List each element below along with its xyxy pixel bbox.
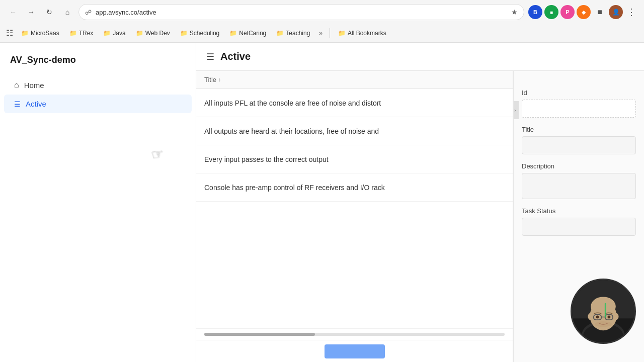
task-status-label: Task Status	[522, 207, 636, 215]
id-input[interactable]	[522, 100, 636, 118]
svg-point-12	[596, 316, 599, 319]
apps-grid-button[interactable]: ☷	[6, 28, 13, 38]
id-label: Id	[522, 89, 636, 97]
url-bar[interactable]: ☍ app.avsync.co/active ★	[78, 4, 524, 20]
horizontal-scrollbar[interactable]	[204, 333, 505, 336]
sidebar-item-label: Home	[24, 81, 44, 89]
title-column-header[interactable]: Title ↕	[204, 76, 221, 83]
folder-icon: 📁	[103, 30, 111, 37]
all-bookmarks-link[interactable]: 📁 All Bookmarks	[334, 29, 390, 38]
add-button[interactable]	[325, 344, 385, 358]
home-icon: ⌂	[14, 80, 19, 89]
puzzle-extension[interactable]: ■	[593, 5, 607, 19]
bookmark-label: Java	[113, 30, 125, 37]
bitwarden-extension[interactable]: B	[528, 5, 542, 19]
back-button[interactable]: ←	[6, 5, 20, 19]
sidebar-item-home[interactable]: ⌂ Home	[4, 75, 192, 95]
bookmark-java[interactable]: 📁 Java	[99, 27, 129, 40]
bookmark-label: MicroSaas	[31, 30, 59, 37]
description-input[interactable]	[522, 173, 636, 199]
profile-avatar[interactable]: 👤	[609, 5, 623, 19]
hamburger-button[interactable]: ☰	[206, 51, 214, 62]
checklist-icon: ☰	[14, 100, 21, 108]
all-bookmarks-label: All Bookmarks	[348, 30, 386, 37]
svg-point-13	[608, 316, 611, 319]
app-layout: AV_Sync-demo ⌂ Home ☰ Active ☰ Active Ti…	[0, 43, 644, 362]
folder-icon: 📁	[338, 30, 346, 37]
table-header: Title ↕	[196, 71, 513, 89]
bookmark-webdev[interactable]: 📁 Web Dev	[132, 27, 174, 40]
bookmark-trex[interactable]: 📁 TRex	[65, 27, 98, 40]
svg-point-7	[588, 313, 593, 320]
bookmark-teaching[interactable]: 📁 Teaching	[272, 27, 314, 40]
forward-button[interactable]: →	[24, 5, 38, 19]
sidebar: AV_Sync-demo ⌂ Home ☰ Active	[0, 43, 196, 362]
browser-chrome: ← → ↻ ⌂ ☍ app.avsync.co/active ★ B ■ P ◆…	[0, 0, 644, 43]
browser-extensions: B ■ P ◆ ■ 👤 ⋮	[528, 5, 638, 20]
title-label: Title	[522, 126, 636, 133]
reload-button[interactable]: ↻	[42, 5, 56, 19]
svg-rect-15	[605, 303, 606, 318]
id-field-group: Id	[522, 89, 636, 118]
home-button[interactable]: ⌂	[60, 5, 74, 19]
bookmark-label: Web Dev	[145, 30, 170, 37]
app-title: AV_Sync-demo	[0, 51, 196, 75]
row-text: Every input passes to the correct output	[204, 155, 329, 163]
table-row[interactable]: Console has pre-amp control of RF receiv…	[196, 173, 513, 202]
green-extension[interactable]: ■	[544, 5, 558, 19]
video-overlay	[571, 279, 636, 344]
browser-toolbar: ← → ↻ ⌂ ☍ app.avsync.co/active ★ B ■ P ◆…	[0, 0, 644, 24]
svg-point-8	[614, 313, 619, 320]
bookmark-label: Scheduling	[190, 30, 219, 37]
folder-icon: 📁	[229, 30, 237, 37]
table-section: Title ↕ All inputs PFL at the console ar…	[196, 71, 513, 362]
panel-toggle[interactable]: ›	[513, 101, 519, 119]
bookmarks-bar: ☷ 📁 MicroSaas 📁 TRex 📁 Java 📁 Web Dev 📁 …	[0, 24, 644, 42]
page-header: ☰ Active	[196, 43, 644, 71]
page-title: Active	[220, 51, 251, 62]
description-label: Description	[522, 162, 636, 170]
title-field-group: Title	[522, 126, 636, 154]
video-face	[572, 280, 634, 342]
bookmark-star-button[interactable]: ★	[511, 8, 518, 16]
bookmark-label: NetCaring	[239, 30, 266, 37]
pink-extension[interactable]: P	[560, 5, 575, 19]
bookmark-netcaring[interactable]: 📁 NetCaring	[225, 27, 270, 40]
description-field-group: Description	[522, 162, 636, 199]
url-text: app.avsync.co/active	[96, 9, 507, 16]
row-text: Console has pre-amp control of RF receiv…	[204, 184, 385, 192]
folder-icon: 📁	[180, 30, 188, 37]
folder-icon: 📁	[136, 30, 143, 37]
folder-icon: 📁	[69, 30, 77, 37]
folder-icon: 📁	[21, 30, 29, 37]
row-text: All outputs are heard at their locations…	[204, 127, 379, 135]
folder-icon: 📁	[276, 30, 284, 37]
sort-icon: ↕	[218, 77, 221, 82]
scrollbar-thumb[interactable]	[204, 333, 315, 336]
table-row[interactable]: All inputs PFL at the console are free o…	[196, 89, 513, 117]
bookmark-label: TRex	[79, 30, 94, 37]
bookmark-microsaas[interactable]: 📁 MicroSaas	[17, 27, 63, 40]
svg-point-14	[595, 321, 612, 327]
bookmark-scheduling[interactable]: 📁 Scheduling	[176, 27, 223, 40]
table-row[interactable]: All outputs are heard at their locations…	[196, 117, 513, 145]
more-bookmarks-button[interactable]: »	[316, 29, 326, 38]
sidebar-item-active[interactable]: ☰ Active	[4, 95, 192, 113]
sidebar-item-label: Active	[26, 100, 46, 108]
bookmark-label: Teaching	[286, 30, 310, 37]
column-title-label: Title	[204, 76, 216, 83]
table-row[interactable]: Every input passes to the correct output	[196, 145, 513, 173]
security-icon: ☍	[85, 9, 92, 16]
task-status-field-group: Task Status	[522, 207, 636, 236]
title-input[interactable]	[522, 136, 636, 154]
bookmark-divider	[330, 28, 330, 38]
row-text: All inputs PFL at the console are free o…	[204, 99, 381, 107]
orange-extension[interactable]: ◆	[577, 5, 591, 19]
task-status-input[interactable]	[522, 218, 636, 236]
browser-menu-button[interactable]: ⋮	[625, 5, 638, 20]
